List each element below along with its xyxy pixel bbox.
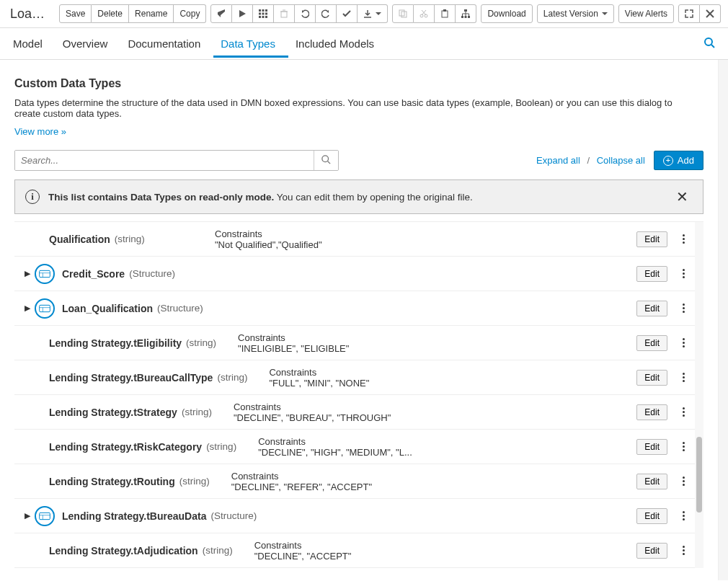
- type-row: Lending Strategy.tRiskCategory(string)Co…: [14, 430, 703, 464]
- type-main: Lending Strategy.tStrategy(string): [49, 407, 212, 418]
- delete-button[interactable]: Delete: [92, 4, 129, 23]
- list-scrollbar[interactable]: [695, 222, 703, 568]
- edit-button[interactable]: Edit: [636, 474, 667, 489]
- type-main: Lending Strategy.tRiskCategory(string): [49, 441, 236, 453]
- structure-icon: [35, 298, 55, 319]
- type-row: Lending Strategy.tStrategy(string)Constr…: [14, 395, 703, 430]
- search-submit-icon[interactable]: [314, 151, 338, 170]
- edit-button[interactable]: Edit: [636, 301, 667, 316]
- clipboard-group: [392, 4, 476, 23]
- kebab-icon[interactable]: [678, 337, 689, 349]
- chevron-right-icon[interactable]: ▶: [20, 303, 35, 313]
- edit-button[interactable]: Edit: [636, 543, 667, 559]
- check-icon[interactable]: [337, 4, 358, 23]
- type-name: Lending Strategy.tAdjudication: [49, 545, 198, 556]
- add-button[interactable]: + Add: [654, 151, 703, 170]
- search-input[interactable]: [15, 151, 314, 170]
- type-constraints: Constraints"INELIGIBLE", "ELIGIBLE": [238, 332, 349, 354]
- copy-icon[interactable]: [392, 4, 414, 23]
- chevron-right-icon[interactable]: ▶: [20, 511, 35, 520]
- edit-button[interactable]: Edit: [636, 335, 667, 351]
- grid-icon[interactable]: [253, 4, 274, 23]
- expand-all-link[interactable]: Expand all: [536, 155, 580, 166]
- type-constraints: Constraints"FULL", "MINI", "NONE": [269, 367, 369, 389]
- tree-icon[interactable]: [456, 4, 476, 23]
- latest-version-button[interactable]: Latest Version: [537, 4, 614, 23]
- svg-rect-20: [464, 9, 467, 12]
- scrollbar-thumb[interactable]: [696, 437, 702, 513]
- file-actions-group: Save Delete Rename Copy: [59, 4, 206, 23]
- edit-button[interactable]: Edit: [636, 508, 667, 524]
- type-name: Loan_Qualification: [62, 303, 153, 314]
- type-kind: (Structure): [157, 303, 203, 314]
- svg-rect-22: [465, 16, 467, 18]
- type-main: Loan_Qualification(Structure): [62, 303, 206, 314]
- type-kind: (Structure): [129, 268, 175, 279]
- view-more-link[interactable]: View more »: [14, 126, 66, 137]
- kebab-icon[interactable]: [678, 510, 689, 522]
- tab-model[interactable]: Model: [6, 30, 56, 58]
- type-main: Qualification(string): [49, 234, 193, 245]
- type-kind: (string): [186, 337, 216, 348]
- save-button[interactable]: Save: [59, 4, 92, 23]
- type-name: Credit_Score: [62, 268, 125, 280]
- type-kind: (string): [217, 372, 247, 383]
- outer-scrollbar[interactable]: [718, 60, 728, 580]
- alert-close-icon[interactable]: ✕: [672, 187, 693, 206]
- nav-tabs: Model Overview Documentation Data Types …: [0, 28, 728, 60]
- expand-icon[interactable]: [678, 4, 700, 23]
- tab-included-models[interactable]: Included Models: [288, 30, 387, 58]
- type-kind: (string): [203, 545, 233, 556]
- tab-documentation[interactable]: Documentation: [120, 30, 213, 58]
- edit-button[interactable]: Edit: [636, 266, 667, 282]
- validate-icon[interactable]: [210, 4, 232, 23]
- alert-message: This list contains Data Types on read-on…: [48, 192, 663, 203]
- content-area: Custom Data Types Data types determine t…: [0, 60, 718, 580]
- svg-rect-7: [262, 16, 265, 18]
- svg-rect-8: [265, 16, 267, 18]
- edit-button[interactable]: Edit: [636, 404, 667, 420]
- type-constraints: Constraints"DECLINE", "REFER", "ACCEPT": [231, 471, 372, 492]
- kebab-icon[interactable]: [678, 371, 689, 383]
- edit-button[interactable]: Edit: [636, 370, 667, 386]
- download-dropdown-icon[interactable]: [358, 4, 388, 23]
- svg-rect-4: [262, 13, 265, 15]
- cut-icon[interactable]: [414, 4, 435, 23]
- kebab-icon[interactable]: [678, 475, 689, 487]
- close-icon[interactable]: [700, 4, 721, 23]
- kebab-icon[interactable]: [678, 544, 689, 556]
- section-description: Data types determine the structure of th…: [14, 97, 678, 119]
- undo-icon[interactable]: [295, 4, 316, 23]
- search-icon[interactable]: [697, 33, 722, 55]
- kebab-icon[interactable]: [678, 233, 689, 245]
- svg-line-31: [711, 45, 714, 48]
- copy-button[interactable]: Copy: [174, 4, 206, 23]
- edit-button[interactable]: Edit: [636, 231, 667, 247]
- view-alerts-button[interactable]: View Alerts: [618, 4, 674, 23]
- kebab-icon[interactable]: [678, 267, 689, 280]
- play-icon[interactable]: [232, 4, 253, 23]
- tab-overview[interactable]: Overview: [56, 30, 121, 58]
- kebab-icon[interactable]: [678, 406, 689, 418]
- rename-button[interactable]: Rename: [129, 4, 174, 23]
- type-main: Lending Strategy.tAdjudication(string): [49, 545, 233, 556]
- edit-button[interactable]: Edit: [636, 439, 667, 455]
- type-main: Lending Strategy.tEligibility(string): [49, 337, 216, 349]
- paste-icon[interactable]: [435, 4, 456, 23]
- readonly-alert: i This list contains Data Types on read-…: [14, 179, 703, 214]
- kebab-icon[interactable]: [678, 302, 689, 314]
- tab-data-types[interactable]: Data Types: [213, 30, 288, 58]
- kebab-icon[interactable]: [678, 440, 689, 453]
- info-icon: i: [25, 190, 40, 204]
- svg-point-30: [705, 38, 712, 45]
- download-button[interactable]: Download: [481, 4, 532, 23]
- trash-icon[interactable]: [274, 4, 295, 23]
- type-name: Lending Strategy.tRiskCategory: [49, 441, 202, 453]
- type-row: Lending Strategy.tRouting(string)Constra…: [14, 464, 703, 499]
- svg-rect-0: [259, 9, 261, 12]
- collapse-all-link[interactable]: Collapse all: [597, 155, 645, 166]
- svg-line-33: [328, 161, 330, 163]
- chevron-right-icon[interactable]: ▶: [20, 269, 35, 278]
- redo-icon[interactable]: [316, 4, 337, 23]
- type-name: Lending Strategy.tEligibility: [49, 337, 182, 349]
